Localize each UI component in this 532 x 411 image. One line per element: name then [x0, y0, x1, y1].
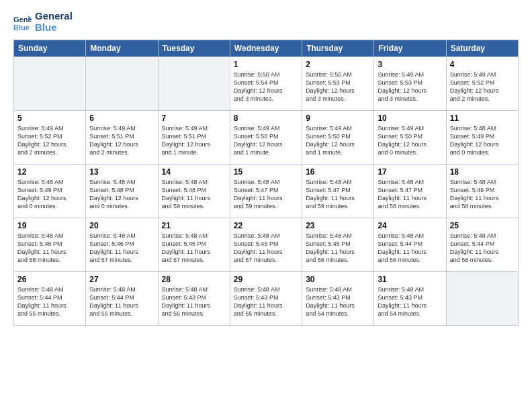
- logo: General Blue General Blue: [13, 11, 73, 33]
- calendar-cell: 21Sunrise: 5:48 AM Sunset: 5:45 PM Dayli…: [158, 218, 230, 272]
- day-number: 2: [306, 60, 370, 69]
- calendar-cell: 15Sunrise: 5:48 AM Sunset: 5:47 PM Dayli…: [230, 165, 302, 218]
- day-number: 12: [17, 167, 82, 177]
- day-info: Sunrise: 5:49 AM Sunset: 5:50 PM Dayligh…: [234, 124, 298, 157]
- calendar-cell: 16Sunrise: 5:48 AM Sunset: 5:47 PM Dayli…: [302, 165, 374, 218]
- day-number: 21: [162, 221, 226, 230]
- day-info: Sunrise: 5:48 AM Sunset: 5:43 PM Dayligh…: [162, 285, 226, 318]
- day-number: 19: [17, 221, 82, 230]
- day-info: Sunrise: 5:48 AM Sunset: 5:46 PM Dayligh…: [450, 178, 515, 211]
- day-info: Sunrise: 5:48 AM Sunset: 5:44 PM Dayligh…: [89, 285, 154, 318]
- calendar-cell: 9Sunrise: 5:49 AM Sunset: 5:50 PM Daylig…: [302, 111, 374, 165]
- day-info: Sunrise: 5:48 AM Sunset: 5:45 PM Dayligh…: [162, 232, 226, 265]
- calendar-cell: 28Sunrise: 5:48 AM Sunset: 5:43 PM Dayli…: [158, 272, 230, 326]
- calendar-cell: 25Sunrise: 5:48 AM Sunset: 5:44 PM Dayli…: [446, 218, 518, 272]
- weekday-header-sunday: Sunday: [14, 40, 86, 57]
- day-info: Sunrise: 5:49 AM Sunset: 5:50 PM Dayligh…: [306, 124, 370, 157]
- calendar-cell: 23Sunrise: 5:48 AM Sunset: 5:45 PM Dayli…: [302, 218, 374, 272]
- day-info: Sunrise: 5:50 AM Sunset: 5:54 PM Dayligh…: [234, 71, 298, 103]
- day-info: Sunrise: 5:48 AM Sunset: 5:48 PM Dayligh…: [89, 178, 154, 211]
- day-info: Sunrise: 5:48 AM Sunset: 5:43 PM Dayligh…: [306, 285, 370, 318]
- day-info: Sunrise: 5:49 AM Sunset: 5:51 PM Dayligh…: [162, 124, 226, 157]
- calendar-cell: [158, 57, 230, 111]
- day-number: 16: [306, 167, 370, 177]
- day-number: 27: [89, 275, 154, 284]
- calendar-cell: 24Sunrise: 5:48 AM Sunset: 5:44 PM Dayli…: [374, 218, 446, 272]
- calendar-cell: 8Sunrise: 5:49 AM Sunset: 5:50 PM Daylig…: [230, 111, 302, 165]
- day-info: Sunrise: 5:48 AM Sunset: 5:43 PM Dayligh…: [378, 285, 442, 318]
- calendar-week-row: 12Sunrise: 5:48 AM Sunset: 5:49 PM Dayli…: [14, 165, 519, 218]
- day-info: Sunrise: 5:48 AM Sunset: 5:47 PM Dayligh…: [378, 178, 442, 211]
- day-number: 20: [89, 221, 154, 230]
- weekday-header-monday: Monday: [86, 40, 158, 57]
- day-info: Sunrise: 5:48 AM Sunset: 5:47 PM Dayligh…: [234, 178, 298, 211]
- calendar-cell: 14Sunrise: 5:48 AM Sunset: 5:48 PM Dayli…: [158, 165, 230, 218]
- day-number: 7: [162, 113, 226, 123]
- day-number: 30: [306, 275, 370, 284]
- day-number: 28: [162, 275, 226, 284]
- logo-icon: General Blue: [13, 13, 32, 32]
- weekday-header-friday: Friday: [374, 40, 446, 57]
- calendar-cell: 30Sunrise: 5:48 AM Sunset: 5:43 PM Dayli…: [302, 272, 374, 326]
- calendar-cell: 11Sunrise: 5:48 AM Sunset: 5:49 PM Dayli…: [446, 111, 518, 165]
- day-info: Sunrise: 5:48 AM Sunset: 5:45 PM Dayligh…: [234, 232, 298, 265]
- calendar-cell: 3Sunrise: 5:49 AM Sunset: 5:53 PM Daylig…: [374, 57, 446, 111]
- calendar-cell: 2Sunrise: 5:50 AM Sunset: 5:53 PM Daylig…: [302, 57, 374, 111]
- day-info: Sunrise: 5:48 AM Sunset: 5:44 PM Dayligh…: [450, 232, 515, 265]
- calendar-cell: 19Sunrise: 5:48 AM Sunset: 5:46 PM Dayli…: [14, 218, 86, 272]
- day-info: Sunrise: 5:50 AM Sunset: 5:53 PM Dayligh…: [306, 71, 370, 103]
- weekday-header-saturday: Saturday: [446, 40, 518, 57]
- calendar-cell: [86, 57, 158, 111]
- day-number: 3: [378, 60, 442, 69]
- calendar-week-row: 26Sunrise: 5:48 AM Sunset: 5:44 PM Dayli…: [14, 272, 519, 326]
- calendar-cell: 12Sunrise: 5:48 AM Sunset: 5:49 PM Dayli…: [14, 165, 86, 218]
- day-number: 9: [306, 113, 370, 123]
- calendar-cell: 20Sunrise: 5:48 AM Sunset: 5:46 PM Dayli…: [86, 218, 158, 272]
- calendar-cell: 10Sunrise: 5:49 AM Sunset: 5:50 PM Dayli…: [374, 111, 446, 165]
- weekday-header-thursday: Thursday: [302, 40, 374, 57]
- weekday-header-tuesday: Tuesday: [158, 40, 230, 57]
- day-info: Sunrise: 5:48 AM Sunset: 5:44 PM Dayligh…: [17, 285, 82, 318]
- day-number: 29: [234, 275, 298, 284]
- day-info: Sunrise: 5:48 AM Sunset: 5:46 PM Dayligh…: [89, 232, 154, 265]
- day-number: 31: [378, 275, 442, 284]
- day-info: Sunrise: 5:48 AM Sunset: 5:46 PM Dayligh…: [17, 232, 82, 265]
- calendar-cell: 7Sunrise: 5:49 AM Sunset: 5:51 PM Daylig…: [158, 111, 230, 165]
- day-number: 23: [306, 221, 370, 230]
- calendar-header-row: SundayMondayTuesdayWednesdayThursdayFrid…: [14, 40, 519, 57]
- day-info: Sunrise: 5:48 AM Sunset: 5:43 PM Dayligh…: [234, 285, 298, 318]
- calendar-cell: 26Sunrise: 5:48 AM Sunset: 5:44 PM Dayli…: [14, 272, 86, 326]
- calendar-table: SundayMondayTuesdayWednesdayThursdayFrid…: [13, 40, 519, 326]
- day-info: Sunrise: 5:48 AM Sunset: 5:47 PM Dayligh…: [306, 178, 370, 211]
- calendar-cell: 4Sunrise: 5:49 AM Sunset: 5:52 PM Daylig…: [446, 57, 518, 111]
- day-number: 11: [450, 113, 515, 123]
- day-number: 10: [378, 113, 442, 123]
- day-number: 25: [450, 221, 515, 230]
- day-info: Sunrise: 5:48 AM Sunset: 5:45 PM Dayligh…: [306, 232, 370, 265]
- day-info: Sunrise: 5:48 AM Sunset: 5:44 PM Dayligh…: [378, 232, 442, 265]
- day-number: 26: [17, 275, 82, 284]
- day-info: Sunrise: 5:49 AM Sunset: 5:52 PM Dayligh…: [17, 124, 82, 157]
- calendar-cell: 27Sunrise: 5:48 AM Sunset: 5:44 PM Dayli…: [86, 272, 158, 326]
- weekday-header-wednesday: Wednesday: [230, 40, 302, 57]
- logo-general: General: [35, 11, 73, 22]
- calendar-cell: 18Sunrise: 5:48 AM Sunset: 5:46 PM Dayli…: [446, 165, 518, 218]
- day-info: Sunrise: 5:48 AM Sunset: 5:49 PM Dayligh…: [17, 178, 82, 211]
- day-info: Sunrise: 5:49 AM Sunset: 5:51 PM Dayligh…: [89, 124, 154, 157]
- page: General Blue General Blue SundayMondayTu…: [0, 0, 532, 411]
- calendar-week-row: 1Sunrise: 5:50 AM Sunset: 5:54 PM Daylig…: [14, 57, 519, 111]
- calendar-cell: 1Sunrise: 5:50 AM Sunset: 5:54 PM Daylig…: [230, 57, 302, 111]
- day-number: 4: [450, 60, 515, 69]
- day-number: 6: [89, 113, 154, 123]
- calendar-cell: [14, 57, 86, 111]
- day-info: Sunrise: 5:48 AM Sunset: 5:49 PM Dayligh…: [450, 124, 515, 157]
- calendar-cell: [446, 272, 518, 326]
- day-info: Sunrise: 5:48 AM Sunset: 5:48 PM Dayligh…: [162, 178, 226, 211]
- calendar-cell: 22Sunrise: 5:48 AM Sunset: 5:45 PM Dayli…: [230, 218, 302, 272]
- day-number: 5: [17, 113, 82, 123]
- day-number: 17: [378, 167, 442, 177]
- day-number: 1: [234, 60, 298, 69]
- calendar-cell: 29Sunrise: 5:48 AM Sunset: 5:43 PM Dayli…: [230, 272, 302, 326]
- calendar-cell: 17Sunrise: 5:48 AM Sunset: 5:47 PM Dayli…: [374, 165, 446, 218]
- calendar-cell: 6Sunrise: 5:49 AM Sunset: 5:51 PM Daylig…: [86, 111, 158, 165]
